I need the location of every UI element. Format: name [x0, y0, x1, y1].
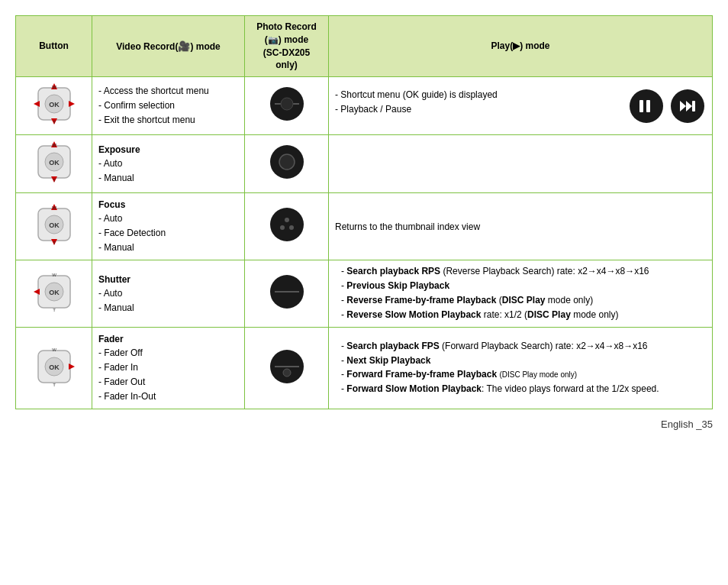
- play-cell-3: Returns to the thumbnail index view: [329, 193, 713, 260]
- button-cell-5: OK W T: [16, 328, 92, 409]
- table-row: OK W T Focus Auto Face Detection Manual: [16, 193, 713, 260]
- photo-icon-2: [269, 144, 305, 180]
- play-cell-5: Search playback FPS (Forward Playback Se…: [329, 328, 713, 409]
- svg-marker-5: [34, 101, 40, 107]
- list-item: Manual: [98, 171, 238, 185]
- svg-text:W: W: [52, 85, 56, 89]
- list-item: Previous Skip Playback: [341, 280, 706, 292]
- play-text-3: Returns to the thumbnail index view: [335, 221, 480, 232]
- svg-text:W: W: [52, 347, 56, 352]
- table-row: OK W T Shutter Auto Manual: [16, 260, 713, 328]
- skip-icon: [669, 88, 706, 124]
- svg-text:OK: OK: [49, 159, 60, 166]
- svg-point-38: [289, 225, 294, 230]
- photo-cell-4: [245, 260, 329, 328]
- svg-point-37: [280, 225, 285, 230]
- table-row: OK W T Exposure Auto Manual: [16, 135, 713, 193]
- list-item: Fader Out: [98, 375, 238, 389]
- video-list-5: Fader Off Fader In Fader Out Fader In-Ou…: [98, 346, 238, 403]
- svg-point-35: [270, 208, 304, 241]
- ok-button-icon-3: OK W T: [32, 202, 76, 247]
- list-item: Playback / Pause: [335, 102, 620, 116]
- list-item: Manual: [98, 241, 238, 254]
- svg-point-36: [285, 218, 289, 222]
- list-item: Auto: [98, 286, 238, 300]
- list-item: Search playback FPS (Forward Playback Se…: [341, 340, 706, 353]
- list-item: Manual: [98, 301, 238, 315]
- video-label-4: Shutter: [98, 274, 130, 285]
- list-item: Next Skip Playback: [341, 354, 706, 367]
- button-cell-4: OK W T: [16, 260, 92, 328]
- ok-button-icon-2: OK W T: [32, 140, 76, 184]
- video-label-5: Fader: [98, 334, 124, 344]
- photo-icon-3: [269, 206, 305, 243]
- page-number: English _35: [661, 419, 713, 430]
- svg-point-27: [279, 154, 295, 170]
- page-container: Button Video Record(🎥) mode Photo Record…: [15, 15, 713, 430]
- button-cell-3: OK W T: [16, 193, 92, 260]
- button-cell-1: OK W T: [16, 77, 92, 135]
- play-content-1: Shortcut menu (OK guide) is displayed Pl…: [335, 88, 706, 124]
- main-table: Button Video Record(🎥) mode Photo Record…: [15, 15, 713, 409]
- play-list-5: Search playback FPS (Forward Playback Se…: [335, 340, 706, 396]
- list-item: Exit the shortcut menu: [98, 113, 238, 127]
- video-list-4: Auto Manual: [98, 286, 238, 315]
- svg-text:W: W: [52, 273, 56, 277]
- photo-icon-5: [269, 348, 305, 385]
- page-footer: English _35: [15, 419, 713, 430]
- table-row: OK W T Fader Fader Off Fader In Fader Ou…: [16, 328, 713, 409]
- svg-rect-13: [639, 100, 643, 112]
- list-item: Forward Slow Motion Playback: The video …: [341, 383, 706, 396]
- table-row: OK W T: [16, 77, 713, 135]
- list-item: Auto: [98, 212, 238, 225]
- play-cell-1: Shortcut menu (OK guide) is displayed Pl…: [329, 77, 713, 135]
- play-text-1: Shortcut menu (OK guide) is displayed Pl…: [335, 88, 620, 117]
- list-item: Forward Frame-by-frame Playback (DISC Pl…: [341, 368, 706, 381]
- svg-text:T: T: [53, 241, 56, 245]
- list-item: Fader Off: [98, 346, 238, 360]
- svg-text:T: T: [53, 383, 56, 387]
- video-label-3: Focus: [98, 199, 125, 210]
- list-item: Reverse Slow Motion Playback rate: x1/2 …: [341, 309, 706, 322]
- header-play: Play(▶) mode: [329, 16, 713, 77]
- list-item: Search playback RPS (Reverse Playback Se…: [341, 265, 706, 278]
- video-cell-5: Fader Fader Off Fader In Fader Out Fader…: [92, 328, 245, 409]
- svg-marker-42: [34, 289, 40, 295]
- video-label-2: Exposure: [98, 144, 140, 155]
- svg-rect-14: [646, 100, 650, 112]
- photo-cell-3: [245, 193, 329, 260]
- button-cell-2: OK W T: [16, 135, 92, 193]
- photo-icon-4: [269, 273, 305, 310]
- svg-marker-50: [69, 364, 75, 370]
- list-item: Reverse Frame-by-frame Playback (DISC Pl…: [341, 294, 706, 307]
- photo-icon-1: [269, 86, 305, 122]
- video-cell-1: Access the shortcut menu Confirm selecti…: [92, 77, 245, 135]
- list-item: Shortcut menu (OK guide) is displayed: [335, 88, 620, 102]
- svg-text:OK: OK: [49, 364, 60, 371]
- video-list-2: Auto Manual: [98, 157, 238, 185]
- video-list-3: Auto Face Detection Manual: [98, 212, 238, 254]
- svg-text:W: W: [52, 143, 56, 147]
- svg-text:OK: OK: [49, 221, 60, 229]
- play-cell-4: Search playback RPS (Reverse Playback Se…: [329, 260, 713, 328]
- video-list-1: Access the shortcut menu Confirm selecti…: [98, 84, 238, 127]
- list-item: Face Detection: [98, 226, 238, 240]
- photo-cell-1: [245, 77, 329, 135]
- svg-text:T: T: [53, 308, 56, 312]
- video-cell-4: Shutter Auto Manual: [92, 260, 245, 328]
- photo-cell-5: [245, 328, 329, 409]
- header-video: Video Record(🎥) mode: [92, 16, 245, 77]
- ok-button-icon-1: OK W T: [32, 82, 76, 126]
- video-cell-3: Focus Auto Face Detection Manual: [92, 193, 245, 260]
- svg-text:T: T: [53, 120, 56, 124]
- svg-text:T: T: [53, 178, 56, 183]
- play-pause-icon: [628, 88, 665, 124]
- list-item: Fader In-Out: [98, 389, 238, 403]
- svg-text:W: W: [52, 205, 56, 210]
- svg-point-11: [281, 98, 293, 110]
- photo-cell-2: [245, 135, 329, 193]
- svg-rect-18: [692, 101, 695, 112]
- svg-marker-6: [69, 101, 75, 107]
- svg-text:OK: OK: [49, 101, 60, 108]
- header-button: Button: [16, 16, 92, 77]
